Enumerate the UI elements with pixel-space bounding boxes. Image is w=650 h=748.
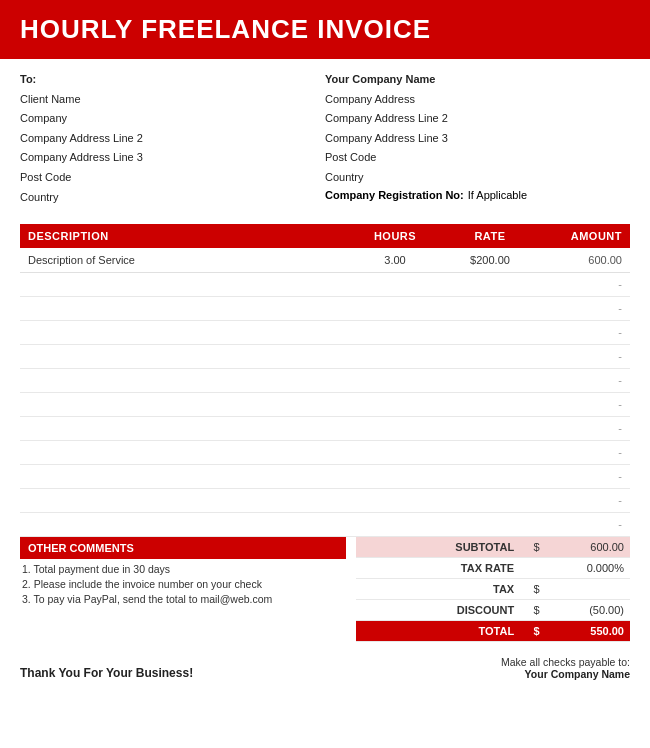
cell-description	[20, 464, 350, 488]
company-address: Company Address	[325, 91, 630, 109]
tax-symbol: $	[520, 578, 553, 599]
cell-amount: -	[540, 344, 630, 368]
subtotal-row: SUBTOTAL $ 600.00	[356, 537, 631, 558]
cell-hours	[350, 440, 440, 464]
comment-line-2: 2. Please include the invoice number on …	[20, 578, 346, 590]
cell-rate	[440, 368, 540, 392]
table-row: -	[20, 272, 630, 296]
cell-hours	[350, 392, 440, 416]
cell-description	[20, 440, 350, 464]
cell-hours	[350, 512, 440, 536]
total-row: TOTAL $ 550.00	[356, 620, 631, 641]
cell-hours	[350, 368, 440, 392]
invoice-title: HOURLY FREELANCE INVOICE	[20, 14, 630, 45]
table-row: -	[20, 512, 630, 536]
company-address-line2: Company Address Line 2	[325, 110, 630, 128]
tax-rate-label: TAX RATE	[356, 557, 521, 578]
tax-rate-row: TAX RATE 0.000%	[356, 557, 631, 578]
cell-amount: 600.00	[540, 248, 630, 272]
cell-hours: 3.00	[350, 248, 440, 272]
comment-line-3: 3. To pay via PayPal, send the total to …	[20, 593, 346, 605]
table-row: -	[20, 488, 630, 512]
cell-rate	[440, 320, 540, 344]
table-row: -	[20, 344, 630, 368]
address-left: To: Client Name Company Company Address …	[20, 71, 325, 208]
payable-name: Your Company Name	[356, 668, 631, 680]
company-country: Country	[325, 169, 630, 187]
tax-label: TAX	[356, 578, 521, 599]
footer-right: Make all checks payable to: Your Company…	[356, 656, 631, 680]
reg-value: If Applicable	[468, 189, 527, 201]
client-name: Client Name	[20, 91, 325, 109]
footer-left: Thank You For Your Business!	[20, 666, 356, 680]
registration-line: Company Registration No: If Applicable	[325, 189, 630, 201]
cell-rate	[440, 464, 540, 488]
company-postcode: Post Code	[325, 149, 630, 167]
table-row: -	[20, 368, 630, 392]
footer-section: Thank You For Your Business! Make all ch…	[0, 646, 650, 690]
payable-note: Make all checks payable to:	[356, 656, 631, 668]
invoice-header: HOURLY FREELANCE INVOICE	[0, 0, 650, 59]
subtotal-value: 600.00	[553, 537, 630, 558]
cell-description	[20, 272, 350, 296]
table-row: -	[20, 392, 630, 416]
comments-header: OTHER COMMENTS	[20, 537, 346, 559]
client-postcode: Post Code	[20, 169, 325, 187]
cell-hours	[350, 272, 440, 296]
subtotal-label: SUBTOTAL	[356, 537, 521, 558]
summary-table: SUBTOTAL $ 600.00 TAX RATE 0.000% TAX $	[356, 537, 631, 642]
cell-hours	[350, 320, 440, 344]
discount-label: DISCOUNT	[356, 599, 521, 620]
cell-amount: -	[540, 392, 630, 416]
tax-row: TAX $	[356, 578, 631, 599]
table-row: -	[20, 416, 630, 440]
cell-rate	[440, 296, 540, 320]
cell-amount: -	[540, 512, 630, 536]
discount-row: DISCOUNT $ (50.00)	[356, 599, 631, 620]
tax-rate-value: 0.000%	[553, 557, 630, 578]
table-row: Description of Service3.00$200.00600.00	[20, 248, 630, 272]
col-amount: AMOUNT	[540, 224, 630, 248]
thank-you-text: Thank You For Your Business!	[20, 666, 356, 680]
cell-amount: -	[540, 464, 630, 488]
client-country: Country	[20, 189, 325, 207]
cell-amount: -	[540, 488, 630, 512]
cell-hours	[350, 296, 440, 320]
cell-hours	[350, 416, 440, 440]
cell-amount: -	[540, 416, 630, 440]
tax-value	[553, 578, 630, 599]
col-description: DESCRIPTION	[20, 224, 350, 248]
comments-area: OTHER COMMENTS 1. Total payment due in 3…	[20, 537, 356, 642]
table-row: -	[20, 440, 630, 464]
client-address-line3: Company Address Line 3	[20, 149, 325, 167]
table-row: -	[20, 320, 630, 344]
cell-description	[20, 368, 350, 392]
cell-rate: $200.00	[440, 248, 540, 272]
reg-label: Company Registration No:	[325, 189, 464, 201]
summary-comments-section: OTHER COMMENTS 1. Total payment due in 3…	[0, 537, 650, 642]
cell-description: Description of Service	[20, 248, 350, 272]
cell-amount: -	[540, 320, 630, 344]
cell-description	[20, 344, 350, 368]
discount-symbol: $	[520, 599, 553, 620]
cell-description	[20, 296, 350, 320]
cell-rate	[440, 272, 540, 296]
cell-description	[20, 512, 350, 536]
invoice-wrapper: HOURLY FREELANCE INVOICE To: Client Name…	[0, 0, 650, 690]
cell-rate	[440, 488, 540, 512]
summary-area: SUBTOTAL $ 600.00 TAX RATE 0.000% TAX $	[356, 537, 631, 642]
cell-amount: -	[540, 440, 630, 464]
cell-description	[20, 320, 350, 344]
cell-amount: -	[540, 272, 630, 296]
cell-rate	[440, 344, 540, 368]
table-row: -	[20, 296, 630, 320]
table-row: -	[20, 464, 630, 488]
cell-amount: -	[540, 296, 630, 320]
address-right: Your Company Name Company Address Compan…	[325, 71, 630, 208]
cell-hours	[350, 344, 440, 368]
to-label: To:	[20, 71, 325, 89]
cell-hours	[350, 464, 440, 488]
cell-rate	[440, 512, 540, 536]
total-value: 550.00	[553, 620, 630, 641]
address-section: To: Client Name Company Company Address …	[0, 59, 650, 216]
